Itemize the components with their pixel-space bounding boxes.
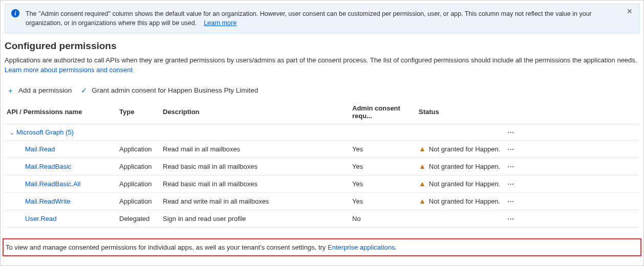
col-api: API / Permissions name — [7, 108, 119, 116]
warning-icon: ▲ — [419, 197, 426, 205]
row-actions-button[interactable]: ··· — [501, 197, 521, 205]
col-consent: Admin consent requ... — [352, 104, 419, 120]
grant-admin-consent-button[interactable]: ✓ Grant admin consent for Happen Busines… — [81, 86, 258, 94]
chevron-down-icon: ⌄ — [10, 129, 14, 136]
enterprise-applications-link[interactable]: Enterprise applications — [328, 243, 395, 251]
permission-description: Read basic mail in all mailboxes — [163, 180, 352, 188]
permission-type: Delegated — [119, 215, 163, 223]
page-root: i The "Admin consent required" column sh… — [0, 0, 644, 266]
permission-name-link[interactable]: Mail.ReadBasic.All — [7, 180, 119, 188]
col-status: Status — [419, 108, 501, 116]
grant-admin-consent-label: Grant admin consent for Happen Business … — [92, 86, 258, 94]
command-bar: ＋ Add a permission ✓ Grant admin consent… — [5, 83, 639, 100]
status-text: Not granted for Happen... — [429, 145, 501, 153]
table-row: User.ReadDelegatedSign in and read user … — [5, 210, 639, 228]
permission-status: ▲Not granted for Happen... — [419, 197, 501, 205]
table-body: Mail.ReadApplicationRead mail in all mai… — [5, 141, 639, 228]
row-actions-button[interactable]: ··· — [501, 145, 521, 153]
warning-icon: ▲ — [419, 145, 426, 152]
table-row: Mail.ReadBasic.AllApplicationRead basic … — [5, 175, 639, 193]
warning-icon: ▲ — [419, 163, 426, 170]
add-permission-label: Add a permission — [18, 86, 72, 94]
permission-description: Sign in and read user profile — [163, 215, 352, 223]
api-group-row: ⌄ Microsoft Graph (5) ··· — [5, 124, 639, 141]
admin-consent-required: Yes — [352, 180, 419, 188]
row-actions-button[interactable]: ··· — [501, 128, 521, 136]
content-area: Configured permissions Applications are … — [1, 40, 643, 228]
permission-description: Read mail in all mailboxes — [163, 145, 352, 153]
admin-consent-required: No — [352, 215, 419, 223]
row-actions-button[interactable]: ··· — [501, 215, 521, 223]
table-row: Mail.ReadApplicationRead mail in all mai… — [5, 141, 639, 158]
close-icon[interactable]: ✕ — [625, 6, 635, 16]
permission-type: Application — [119, 145, 163, 153]
plus-icon: ＋ — [7, 86, 14, 94]
permission-status: ▲Not granted for Happen... — [419, 145, 501, 153]
status-text: Not granted for Happen... — [429, 180, 501, 188]
permission-type: Application — [119, 163, 163, 170]
permission-status: ▲Not granted for Happen... — [419, 180, 501, 188]
permission-name-link[interactable]: Mail.ReadWrite — [7, 197, 119, 205]
table-row: Mail.ReadBasicApplicationRead basic mail… — [5, 158, 639, 175]
permission-description: Read basic mail in all mailboxes — [163, 163, 352, 170]
banner-text: The "Admin consent required" column show… — [26, 10, 592, 27]
permission-type: Application — [119, 197, 163, 205]
permissions-consent-link[interactable]: Learn more about permissions and consent — [5, 66, 133, 74]
api-group-toggle[interactable]: ⌄ Microsoft Graph (5) — [7, 128, 119, 136]
section-desc-text: Applications are authorized to call APIs… — [5, 56, 637, 64]
permission-name-link[interactable]: User.Read — [7, 215, 119, 223]
section-title: Configured permissions — [5, 40, 639, 52]
status-text: Not granted for Happen... — [429, 197, 501, 205]
warning-icon: ▲ — [419, 180, 426, 187]
add-permission-button[interactable]: ＋ Add a permission — [7, 86, 72, 94]
api-group-label: Microsoft Graph (5) — [16, 128, 74, 136]
info-banner: i The "Admin consent required" column sh… — [5, 4, 639, 33]
admin-consent-required: Yes — [352, 163, 419, 170]
info-icon: i — [11, 9, 19, 17]
permission-description: Read and write mail in all mailboxes — [163, 197, 352, 205]
footer-text: To view and manage consented permissions… — [6, 243, 328, 251]
row-actions-button[interactable]: ··· — [501, 163, 521, 170]
col-desc: Description — [163, 108, 352, 116]
status-text: Not granted for Happen... — [429, 163, 501, 170]
row-actions-button[interactable]: ··· — [501, 180, 521, 188]
learn-more-link[interactable]: Learn more — [204, 19, 237, 27]
col-type: Type — [119, 108, 163, 116]
footer-tail: . — [395, 243, 397, 251]
permission-name-link[interactable]: Mail.Read — [7, 145, 119, 153]
section-description: Applications are authorized to call APIs… — [5, 56, 639, 75]
permission-name-link[interactable]: Mail.ReadBasic — [7, 163, 119, 170]
permission-type: Application — [119, 180, 163, 188]
table-row: Mail.ReadWriteApplicationRead and write … — [5, 193, 639, 210]
admin-consent-required: Yes — [352, 145, 419, 153]
admin-consent-required: Yes — [352, 197, 419, 205]
table-header: API / Permissions name Type Description … — [5, 100, 639, 124]
enterprise-apps-callout: To view and manage consented permissions… — [3, 238, 641, 256]
check-icon: ✓ — [81, 86, 88, 94]
permission-status: ▲Not granted for Happen... — [419, 163, 501, 170]
